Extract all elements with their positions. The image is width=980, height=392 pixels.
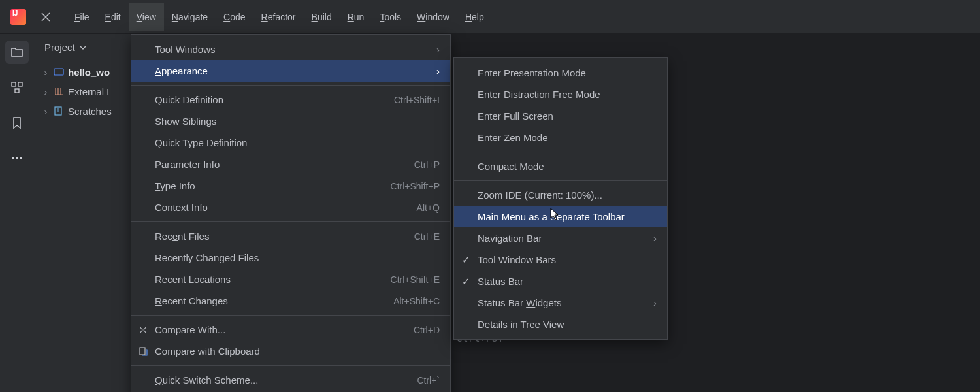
chevron-right-icon: › (42, 86, 50, 97)
svg-rect-2 (15, 89, 19, 93)
menu-context-info[interactable]: Context InfoAlt+Q (131, 197, 450, 218)
project-tool-button[interactable] (5, 41, 29, 64)
scratch-icon (54, 106, 64, 116)
project-title: Project (44, 42, 75, 53)
menu-show-siblings[interactable]: Show Siblings (131, 110, 450, 132)
menu-recent-files[interactable]: Recent FilesCtrl+E (131, 225, 450, 247)
appearance-submenu: Enter Presentation Mode Enter Distractio… (453, 57, 668, 340)
menu-recent-changes[interactable]: Recent ChangesAlt+Shift+C (131, 290, 450, 312)
menu-separator (454, 152, 667, 152)
chevron-right-icon: › (436, 65, 440, 76)
module-icon (54, 67, 64, 77)
chevron-right-icon: › (42, 106, 50, 117)
menu-details-tree-view[interactable]: Details in Tree View (454, 314, 667, 335)
tree-node-label: External L (68, 86, 112, 97)
menu-enter-distraction-free[interactable]: Enter Distraction Free Mode (454, 84, 667, 105)
more-tool-button[interactable] (5, 146, 29, 170)
menu-refactor[interactable]: Refactor (253, 3, 304, 31)
menu-enter-full-screen[interactable]: Enter Full Screen (454, 105, 667, 127)
menu-window[interactable]: Window (409, 3, 457, 31)
menu-view[interactable]: View (129, 3, 164, 31)
menu-recent-locations[interactable]: Recent LocationsCtrl+Shift+E (131, 269, 450, 290)
app-logo-icon (10, 9, 26, 25)
svg-rect-0 (12, 82, 16, 86)
menu-file[interactable]: File (67, 3, 97, 31)
structure-icon (10, 81, 24, 94)
chevron-right-icon: › (653, 233, 657, 244)
folder-icon (10, 46, 24, 59)
menu-separator (131, 221, 450, 222)
menu-navigate[interactable]: Navigate (164, 3, 216, 31)
menu-appearance[interactable]: Appearance› (131, 60, 450, 82)
svg-point-4 (16, 157, 18, 159)
menu-build[interactable]: Build (304, 3, 340, 31)
structure-tool-button[interactable] (5, 76, 29, 99)
view-menu-dropdown: Tool Windows› Appearance› Quick Definiti… (131, 34, 451, 392)
menu-enter-presentation-mode[interactable]: Enter Presentation Mode (454, 62, 667, 84)
menu-status-bar[interactable]: ✓Status Bar (454, 270, 667, 292)
close-icon (41, 12, 50, 22)
menu-navigation-bar[interactable]: Navigation Bar› (454, 227, 667, 249)
menu-help[interactable]: Help (457, 3, 492, 31)
svg-rect-8 (140, 348, 145, 355)
menu-quick-definition[interactable]: Quick DefinitionCtrl+Shift+I (131, 89, 450, 110)
menu-enter-zen-mode[interactable]: Enter Zen Mode (454, 127, 667, 148)
menu-type-info[interactable]: Type InfoCtrl+Shift+P (131, 175, 450, 197)
more-icon (10, 152, 24, 165)
check-icon: ✓ (462, 254, 470, 266)
svg-rect-1 (18, 82, 22, 86)
menu-compare-with[interactable]: Compare With...Ctrl+D (131, 319, 450, 340)
compare-clipboard-icon (138, 346, 148, 357)
menu-quick-type-definition[interactable]: Quick Type Definition (131, 132, 450, 154)
titlebar: File Edit View Navigate Code Refactor Bu… (0, 0, 980, 34)
chevron-right-icon: › (436, 44, 440, 55)
bookmark-icon (10, 116, 24, 129)
menu-tools[interactable]: Tools (372, 3, 409, 31)
menu-status-bar-widgets[interactable]: Status Bar Widgets› (454, 292, 667, 314)
menu-compact-mode[interactable]: Compact Mode (454, 155, 667, 177)
menu-code[interactable]: Code (216, 3, 253, 31)
bookmarks-tool-button[interactable] (5, 111, 29, 135)
menu-quick-switch-scheme[interactable]: Quick Switch Scheme...Ctrl+` (131, 369, 450, 391)
menu-separator (454, 180, 667, 181)
menu-main-menu-toolbar[interactable]: Main Menu as a Separate Toolbar (454, 206, 667, 227)
library-icon (54, 86, 64, 97)
chevron-right-icon: › (42, 67, 50, 78)
menu-separator (131, 365, 450, 366)
tree-node-label: Scratches (68, 106, 112, 117)
check-icon: ✓ (462, 276, 470, 287)
left-tool-rail (0, 34, 34, 392)
menu-zoom-ide[interactable]: Zoom IDE (Current: 100%)... (454, 184, 667, 206)
chevron-right-icon: › (653, 297, 657, 308)
svg-point-5 (20, 157, 22, 159)
menubar: File Edit View Navigate Code Refactor Bu… (67, 3, 492, 31)
svg-point-3 (12, 157, 14, 159)
menu-tool-window-bars[interactable]: ✓Tool Window Bars (454, 249, 667, 270)
menu-separator (131, 85, 450, 86)
menu-recently-changed-files[interactable]: Recently Changed Files (131, 247, 450, 269)
menu-run[interactable]: Run (340, 3, 372, 31)
tree-node-label: hello_wo (68, 67, 110, 78)
svg-rect-6 (54, 69, 63, 75)
menu-compare-clipboard[interactable]: Compare with Clipboard (131, 340, 450, 362)
menu-parameter-info[interactable]: Parameter InfoCtrl+P (131, 154, 450, 175)
chevron-down-icon (79, 44, 87, 52)
menu-tool-windows[interactable]: Tool Windows› (131, 39, 450, 60)
compare-icon (138, 325, 148, 335)
hamburger-close-button[interactable] (31, 3, 60, 31)
menu-edit[interactable]: Edit (97, 3, 129, 31)
menu-separator (131, 315, 450, 316)
